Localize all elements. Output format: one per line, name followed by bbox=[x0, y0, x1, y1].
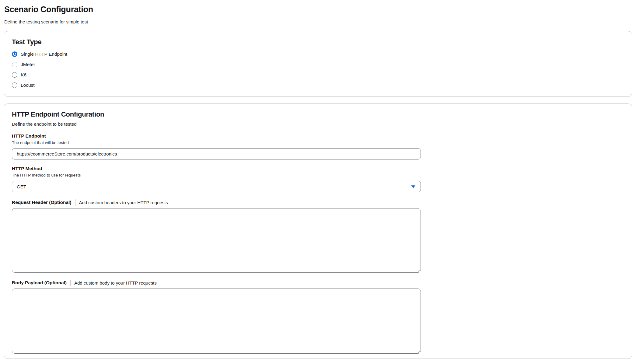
body-payload-label-row: Body Payload (Optional) Add custom body … bbox=[12, 279, 624, 286]
radio-option-single-http-endpoint[interactable]: Single HTTP Endpoint bbox=[12, 50, 67, 58]
page-title: Scenario Configuration bbox=[4, 5, 632, 14]
radio-option-label: Single HTTP Endpoint bbox=[21, 51, 67, 57]
http-endpoint-label: HTTP Endpoint bbox=[12, 133, 624, 139]
http-method-helper: The HTTP method to use for requests bbox=[12, 173, 624, 178]
label-divider bbox=[70, 280, 71, 286]
http-method-field-group: HTTP Method The HTTP method to use for r… bbox=[12, 166, 624, 192]
endpoint-config-heading: HTTP Endpoint Configuration bbox=[12, 110, 624, 118]
radio-unselected-icon bbox=[12, 62, 17, 67]
http-method-select[interactable]: GET bbox=[12, 181, 421, 192]
radio-option-locust[interactable]: Locust bbox=[12, 81, 35, 89]
radio-option-label: K6 bbox=[21, 72, 26, 78]
http-endpoint-field-group: HTTP Endpoint The endpoint that will be … bbox=[12, 133, 624, 159]
radio-unselected-icon bbox=[12, 82, 17, 88]
page-subtitle: Define the testing scenario for simple t… bbox=[4, 19, 632, 24]
radio-option-label: JMeter bbox=[21, 62, 35, 67]
body-payload-textarea[interactable] bbox=[12, 289, 421, 354]
scenario-configuration-page: Scenario Configuration Define the testin… bbox=[0, 0, 636, 364]
radio-option-jmeter[interactable]: JMeter bbox=[12, 61, 35, 68]
test-type-card: Test Type Single HTTP Endpoint JMeter K6… bbox=[4, 31, 632, 97]
test-type-radio-group: Single HTTP Endpoint JMeter K6 Locust bbox=[12, 50, 624, 92]
http-endpoint-helper: The endpoint that will be tested bbox=[12, 140, 624, 145]
body-payload-label: Body Payload (Optional) bbox=[12, 280, 67, 285]
radio-selected-icon bbox=[12, 51, 17, 57]
test-type-heading: Test Type bbox=[12, 38, 624, 46]
request-header-label: Request Header (Optional) bbox=[12, 200, 72, 205]
request-header-textarea[interactable] bbox=[12, 208, 421, 273]
body-payload-description: Add custom body to your HTTP requests bbox=[74, 280, 157, 285]
http-method-select-wrapper: GET bbox=[12, 181, 421, 192]
request-header-description: Add custom headers to your HTTP requests bbox=[79, 200, 168, 205]
http-method-label: HTTP Method bbox=[12, 166, 624, 171]
radio-unselected-icon bbox=[12, 72, 17, 78]
request-header-label-row: Request Header (Optional) Add custom hea… bbox=[12, 199, 624, 206]
label-divider bbox=[75, 199, 75, 206]
radio-option-label: Locust bbox=[21, 82, 35, 88]
endpoint-config-subtitle: Define the endpoint to be tested bbox=[12, 121, 624, 127]
radio-option-k6[interactable]: K6 bbox=[12, 71, 26, 79]
http-endpoint-input[interactable] bbox=[12, 148, 421, 159]
http-endpoint-configuration-card: HTTP Endpoint Configuration Define the e… bbox=[4, 103, 632, 359]
